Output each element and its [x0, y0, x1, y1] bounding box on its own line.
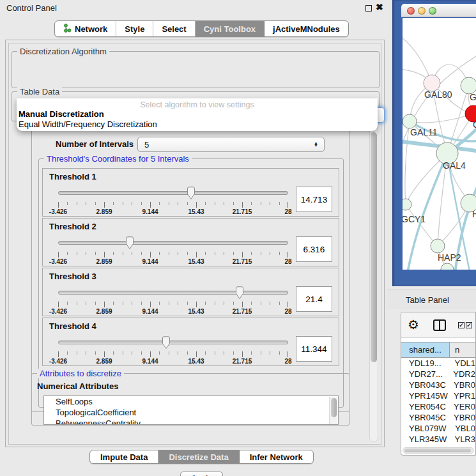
table-row[interactable]: YBR045CYBR0	[401, 412, 475, 423]
slider-thumb[interactable]	[234, 286, 245, 300]
slider-thumb[interactable]	[186, 187, 196, 200]
slider-ticks	[58, 351, 288, 358]
thresholds-group-title: Threshold's Coordinates for 5 Intervals	[44, 154, 192, 164]
tab-select-label: Select	[162, 24, 186, 34]
slider-track[interactable]	[58, 191, 288, 195]
threshold-4-label: Threshold 4	[49, 321, 96, 331]
tab-cyni-toolbox[interactable]: Cyni Toolbox	[196, 21, 265, 36]
table-row[interactable]: YDR27...YDR2	[401, 369, 475, 380]
apply-button[interactable]: Apply	[180, 472, 223, 476]
gear-icon[interactable]: ⚙	[408, 317, 419, 332]
network-window-titlebar[interactable]	[401, 4, 476, 17]
control-panel-titlebar: Control Panel ✖	[0, 0, 390, 15]
slider-ticks	[58, 202, 288, 208]
stepper-arrows-icon: ▲▼	[314, 142, 318, 147]
network-icon	[63, 24, 72, 35]
threshold-1-slider[interactable]	[58, 187, 288, 202]
close-icon[interactable]: ✖	[376, 2, 383, 12]
threshold-2-label: Threshold 2	[49, 222, 96, 231]
tab-select[interactable]: Select	[153, 21, 195, 36]
numerical-attributes-list[interactable]: SelfLoops TopologicalCoefficient Between…	[43, 395, 339, 425]
minimize-traffic-light-icon[interactable]	[418, 7, 426, 15]
number-of-intervals-combobox[interactable]: 5 ▲▼	[137, 137, 325, 152]
table-toolbar: ⚙ ✓ ✓	[401, 312, 475, 338]
table-row[interactable]: YBR043CYBR0	[401, 380, 475, 390]
slider-track[interactable]	[58, 291, 288, 295]
cyni-mode-tabs: Impute Data Discretize Data Infer Networ…	[89, 450, 314, 464]
threshold-2-slider[interactable]	[58, 236, 288, 252]
close-traffic-light-icon[interactable]	[407, 7, 415, 15]
discretization-algorithm-group-title: Discretization Algorithm	[17, 47, 109, 56]
tab-style-label: Style	[125, 24, 144, 34]
checkbox-icon[interactable]: ✓	[466, 322, 472, 328]
column-header-name[interactable]: n	[450, 342, 475, 357]
column-header-shared-name[interactable]: shared...	[401, 342, 450, 357]
number-of-intervals-label: Number of Intervals	[56, 139, 134, 149]
slider-thumb[interactable]	[125, 236, 135, 250]
table-horizontal-scrollbar[interactable]	[403, 447, 474, 454]
screen: Control Panel ✖ Network Style Select Cyn…	[0, 0, 476, 476]
network-canvas[interactable]: GAL80 GA C GAL11 GAL4 GCY1 H HAP2	[403, 18, 476, 270]
threshold-2-value-field[interactable]: 6.316	[296, 236, 332, 262]
checkbox-icon[interactable]: ✓	[458, 322, 464, 328]
threshold-4-slider[interactable]	[58, 336, 288, 351]
tab-discretize-data[interactable]: Discretize Data	[158, 450, 239, 463]
tab-impute-data[interactable]: Impute Data	[90, 450, 158, 463]
list-scrollbar[interactable]	[329, 397, 337, 425]
table-panel-body: ⚙ ✓ ✓ shared... n YDL19...YDL1 YDR27...Y…	[401, 312, 476, 456]
table-row[interactable]: YBL079WYBL0	[401, 423, 475, 434]
threshold-3-value-field[interactable]: 21.4	[296, 286, 332, 312]
node-label: GAL11	[410, 127, 438, 137]
split-view-icon[interactable]	[433, 319, 446, 331]
table-row[interactable]: YIL052CYIL0	[401, 445, 475, 447]
panel-scrollbar-thumb[interactable]	[371, 132, 377, 362]
node-label: C	[473, 119, 476, 130]
node-label: GAL4	[443, 160, 466, 171]
node-gal11[interactable]	[403, 114, 417, 128]
table-panel-title: Table Panel	[406, 295, 449, 305]
threshold-3-label: Threshold 3	[49, 272, 96, 281]
tab-network[interactable]: Network	[55, 21, 116, 36]
threshold-4-value-field[interactable]: 11.344	[296, 336, 332, 362]
algorithm-option-manual[interactable]: Manual Discretization	[19, 109, 104, 119]
control-panel-title: Control Panel	[6, 3, 57, 13]
tab-style[interactable]: Style	[116, 21, 153, 36]
slider-track[interactable]	[58, 241, 288, 245]
threshold-3-slider[interactable]	[58, 286, 288, 302]
node-label: GA	[470, 92, 476, 102]
table-header-row: shared... n	[401, 342, 475, 358]
list-item[interactable]: TopologicalCoefficient	[44, 407, 338, 418]
control-panel-tabs: Network Style Select Cyni Toolbox jActiv…	[54, 20, 349, 37]
list-item[interactable]: BetweennessCentrality	[44, 418, 338, 425]
slider-track[interactable]	[58, 341, 288, 344]
discretize-tab-content: Discretization Algorithm ▲▼ Select algor…	[8, 43, 381, 445]
threshold-4-panel: Threshold 4 -3.426 2.859 9.144 15.43 21.…	[42, 318, 339, 366]
zoom-traffic-light-icon[interactable]	[429, 7, 436, 15]
list-item[interactable]: SelfLoops	[44, 396, 338, 407]
table-row[interactable]: YER054CYER0	[401, 401, 475, 412]
list-scrollbar-thumb[interactable]	[331, 398, 337, 417]
attributes-group-title: Attributes to discretize	[37, 369, 124, 378]
table-row[interactable]: YDL19...YDL1	[401, 358, 475, 369]
table-horizontal-scrollbar-thumb[interactable]	[404, 449, 471, 452]
tab-infer-network[interactable]: Infer Network	[240, 450, 313, 463]
slider-ticks	[58, 302, 288, 308]
tab-cyni-toolbox-label: Cyni Toolbox	[204, 24, 256, 34]
threshold-1-panel: Threshold 1 -3.426 2.859 9.144 15.43 21.…	[42, 168, 339, 217]
table-row[interactable]: YPR145WYPR1	[401, 390, 475, 401]
node-bottom-partial[interactable]	[441, 263, 454, 270]
threshold-1-value-field[interactable]: 14.713	[296, 187, 332, 212]
algorithm-option-equal-width[interactable]: Equal Width/Frequency Discretization	[19, 119, 157, 129]
node-gcy1[interactable]	[403, 199, 411, 210]
node-hap2[interactable]	[431, 239, 445, 253]
table-row[interactable]: YLR345WYLR3	[401, 434, 475, 445]
slider-thumb[interactable]	[161, 336, 171, 349]
float-window-icon[interactable]	[365, 5, 372, 12]
network-view-window[interactable]: GAL80 GA C GAL11 GAL4 GCY1 H HAP2	[392, 0, 476, 286]
slider-tick-labels: -3.426 2.859 9.144 15.43 21.715 28	[58, 358, 288, 365]
panel-scrollbar[interactable]	[369, 123, 378, 442]
tab-impute-data-label: Impute Data	[100, 452, 148, 462]
threshold-1-label: Threshold 1	[49, 172, 96, 181]
algorithm-dropdown-popup: Select algorithm to view settings Manual…	[17, 98, 378, 131]
tab-jactivemnodules[interactable]: jActiveMNodules	[265, 21, 348, 36]
